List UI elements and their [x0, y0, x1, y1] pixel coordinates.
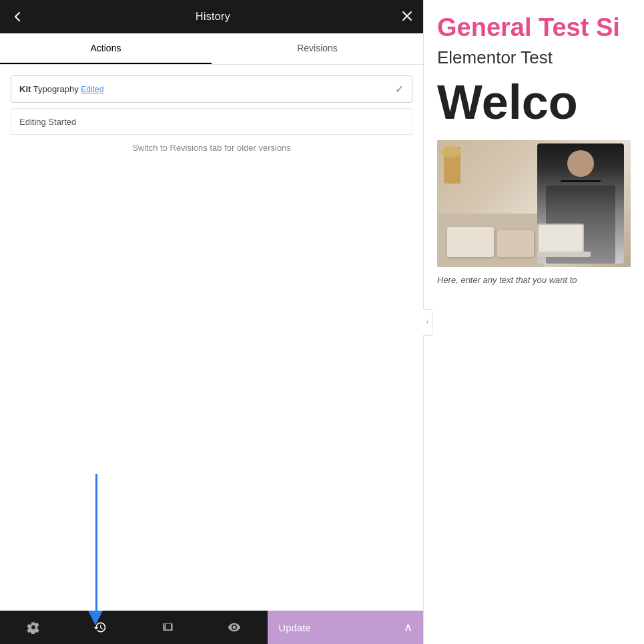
collapse-handle[interactable]: ‹ — [423, 309, 432, 336]
history-header: History — [0, 0, 423, 33]
preview-image — [437, 140, 631, 267]
back-button[interactable] — [11, 10, 24, 23]
actions-content: Kit Typography Edited ✓ Editing Started … — [0, 65, 423, 611]
preview-body-text: Here, enter any text that you want to — [437, 275, 631, 285]
action-item-editing-started[interactable]: Editing Started — [11, 108, 412, 135]
chevron-up-icon: ∧ — [404, 620, 412, 635]
tab-actions[interactable]: Actions — [0, 33, 212, 64]
check-icon: ✓ — [395, 83, 404, 95]
structure-icon-button[interactable] — [134, 611, 201, 644]
header-title: History — [196, 11, 230, 23]
update-label: Update — [278, 622, 310, 633]
tabs-bar: Actions Revisions — [0, 33, 423, 65]
settings-icon-button[interactable] — [0, 611, 67, 644]
preview-content: General Test Si Elementor Test Welco Her… — [424, 0, 644, 644]
preview-elementor-title: Elementor Test — [437, 47, 631, 68]
switch-revisions-text: Switch to Revisions tab for older versio… — [11, 143, 412, 153]
typography-label: Typography — [33, 84, 79, 94]
action-item-kit-typography[interactable]: Kit Typography Edited ✓ — [11, 75, 412, 103]
history-icon-button[interactable] — [67, 611, 133, 644]
left-panel: History Actions Revisions Kit Typography… — [0, 0, 424, 644]
edited-link[interactable]: Edited — [81, 85, 103, 94]
update-button[interactable]: Update ∧ — [268, 611, 423, 644]
close-button[interactable] — [402, 9, 412, 25]
editing-started-label: Editing Started — [19, 117, 76, 127]
preview-site-title: General Test Si — [437, 13, 631, 42]
right-panel: General Test Si Elementor Test Welco Her… — [424, 0, 644, 644]
chevron-left-icon: ‹ — [426, 318, 428, 326]
bottom-toolbar: Update ∧ — [0, 611, 423, 644]
preview-icon-button[interactable] — [201, 611, 268, 644]
preview-welcome-text: Welco — [437, 75, 631, 129]
action-item-kit-typography-text: Kit Typography Edited — [19, 84, 103, 94]
tab-revisions[interactable]: Revisions — [212, 33, 423, 64]
kit-label: Kit — [19, 84, 31, 94]
